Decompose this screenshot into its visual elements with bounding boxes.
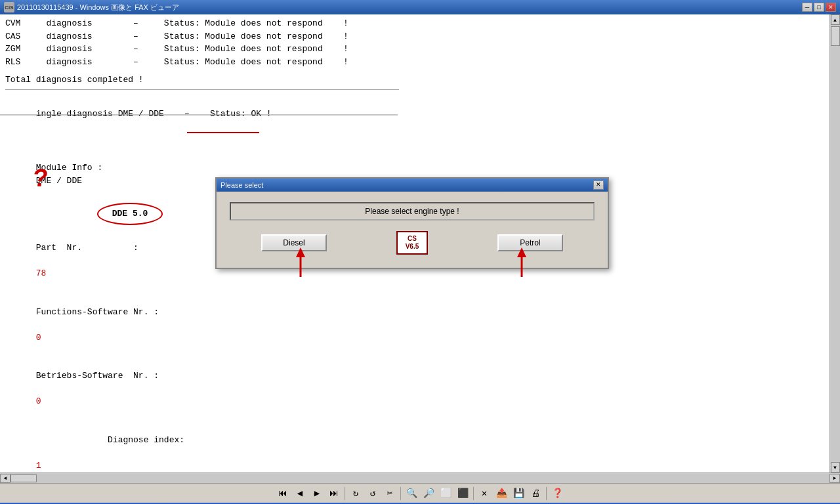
betriebs-sw-value: 0 — [36, 396, 41, 406]
diag-line-cvm: CVM diagnosis – Status: Module does not … — [5, 17, 824, 30]
diag-line-cas: CAS diagnosis – Status: Module does not … — [5, 30, 824, 43]
diag-line-zgm: ZGM diagnosis – Status: Module does not … — [5, 43, 824, 56]
cs-line2: V6.5 — [406, 243, 419, 251]
toolbar-actual-btn[interactable]: ⬛ — [455, 486, 471, 501]
dialog-body: Please select engine type ! Diesel CS V6… — [217, 192, 608, 268]
dialog-message: Please select engine type ! — [365, 205, 459, 217]
diagnose-index-value: 1 — [36, 461, 41, 471]
single-diagnosis-label: ingle diagnosis DME / DDE – Status: OK ! — [5, 95, 824, 134]
betriebs-sw-row: Betriebs-Software Nr. : 0 — [5, 357, 824, 421]
window-title: 20110130115439 - Windows 画像と FAX ビューア — [17, 3, 802, 12]
minimize-button[interactable]: ─ — [802, 3, 812, 12]
app-icon: CiS — [4, 2, 14, 12]
scroll-left-arrow[interactable]: ◄ — [0, 474, 10, 483]
part-nr-label: Part Nr. : — [36, 243, 138, 253]
scroll-up-arrow[interactable]: ▲ — [831, 14, 840, 25]
titlebar: CiS 20110130115439 - Windows 画像と FAX ビュー… — [0, 0, 840, 14]
toolbar-rotate-ccw-btn[interactable]: ↺ — [365, 486, 381, 501]
h-scrollbar-thumb[interactable] — [10, 474, 37, 482]
right-scrollbar[interactable]: ▲ ▼ — [830, 14, 840, 472]
single-diag-text: ingle diagnosis DME / DDE – Status: OK ! — [36, 109, 272, 119]
toolbar-first-btn[interactable]: ⏮ — [275, 486, 291, 501]
toolbar-sep-2 — [400, 487, 401, 500]
toolbar-next-btn[interactable]: ▶ — [309, 486, 325, 501]
toolbar: ⏮ ◀ ▶ ⏭ ↻ ↺ ✂ 🔍 🔎 ⬜ ⬛ ✕ 📤 💾 🖨 ❓ — [0, 483, 840, 503]
functions-sw-value: 0 — [36, 333, 41, 343]
toolbar-zoom-out-btn[interactable]: 🔎 — [421, 486, 436, 501]
module-info-value: DME / DDE — [36, 176, 82, 186]
toolbar-help-btn[interactable]: ❓ — [549, 486, 565, 501]
dialog-close-button[interactable]: ✕ — [593, 180, 604, 190]
cs-line1: CS — [408, 235, 417, 243]
part-nr-value: 78 — [36, 268, 47, 278]
main-content: CVM diagnosis – Status: Module does not … — [0, 14, 840, 472]
text-area: CVM diagnosis – Status: Module does not … — [0, 14, 830, 472]
bottom-scrollbar[interactable]: ◄ ► — [0, 472, 840, 483]
petrol-button[interactable]: Petrol — [497, 234, 563, 251]
please-select-dialog: Please select ✕ Please select engine typ… — [215, 177, 609, 269]
diagnose-index-row: Diagnose index: 1 — [5, 421, 824, 472]
scroll-down-arrow[interactable]: ▼ — [831, 462, 840, 472]
toolbar-sep-4 — [546, 487, 547, 500]
toolbar-sep-3 — [473, 487, 474, 500]
toolbar-sep-1 — [345, 487, 345, 500]
toolbar-zoom-in-btn[interactable]: 🔍 — [404, 486, 419, 501]
total-diagnosis-1: Total diagnosis completed ! — [5, 74, 824, 87]
diesel-button[interactable]: Diesel — [261, 234, 327, 251]
dialog-message-bar: Please select engine type ! — [230, 202, 595, 220]
module-info-label: Module Info : — [36, 163, 102, 173]
close-button[interactable]: ✕ — [826, 3, 836, 12]
scroll-right-arrow[interactable]: ► — [830, 474, 840, 483]
diagnose-index-label: Diagnose index: — [108, 435, 184, 445]
functions-sw-row: Functions-Software Nr. : 0 — [5, 293, 824, 357]
betriebs-sw-label: Betriebs-Software Nr. : — [36, 371, 159, 381]
dialog-buttons: Diesel CS V6.5 Petrol — [230, 231, 595, 255]
cs-badge: CS V6.5 — [396, 231, 428, 255]
separator-1 — [5, 89, 399, 90]
dde-circle: DDE 5.0 — [97, 203, 163, 225]
toolbar-save-btn[interactable]: 💾 — [511, 486, 526, 501]
toolbar-cut-btn[interactable]: ✂ — [382, 486, 398, 501]
toolbar-delete-btn[interactable]: ✕ — [476, 486, 492, 501]
dialog-title: Please select — [220, 180, 593, 191]
toolbar-send-btn[interactable]: 📤 — [494, 486, 509, 501]
dde-version: DDE 5.0 — [112, 207, 148, 220]
window-controls: ─ □ ✕ — [802, 3, 836, 12]
toolbar-prev-btn[interactable]: ◀ — [292, 486, 308, 501]
maximize-button[interactable]: □ — [814, 3, 824, 12]
toolbar-rotate-cw-btn[interactable]: ↻ — [348, 486, 364, 501]
toolbar-fit-btn[interactable]: ⬜ — [438, 486, 453, 501]
diag-line-rls: RLS diagnosis – Status: Module does not … — [5, 56, 824, 69]
toolbar-print-btn[interactable]: 🖨 — [528, 486, 543, 501]
toolbar-last-btn[interactable]: ⏭ — [326, 486, 342, 501]
dialog-titlebar: Please select ✕ — [217, 178, 608, 192]
functions-sw-label: Functions-Software Nr. : — [36, 307, 159, 317]
scrollbar-thumb[interactable] — [831, 26, 840, 46]
